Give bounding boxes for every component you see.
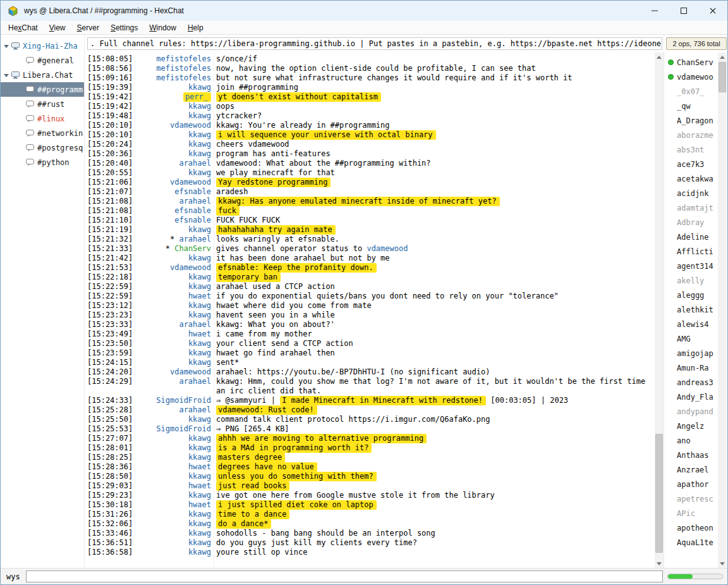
nick[interactable]: kkawg: [134, 529, 216, 538]
user-list-item[interactable]: Adeline: [666, 230, 718, 244]
scroll-up-icon[interactable]: [655, 52, 664, 61]
nick[interactable]: kkawg: [134, 168, 216, 178]
user-list-item[interactable]: AMG: [666, 331, 718, 346]
nick[interactable]: kkawg: [134, 83, 216, 92]
nick[interactable]: perr_: [134, 92, 216, 102]
user-list-item[interactable]: alewis4: [666, 317, 718, 331]
menu-server[interactable]: Server: [71, 22, 105, 34]
user-list-item[interactable]: apotheon: [666, 520, 718, 535]
nick[interactable]: arahael: [134, 405, 216, 415]
user-list-item[interactable]: aleggg: [666, 288, 718, 302]
nick[interactable]: arahael: [134, 159, 216, 168]
userlist-scrollbar-thumb[interactable]: [719, 62, 726, 92]
nick[interactable]: vdamewood: [134, 121, 216, 130]
chat-scrollbar-thumb[interactable]: [655, 434, 663, 552]
tree-item-rust[interactable]: ##rust: [1, 97, 84, 111]
user-list-item[interactable]: Amun-Ra: [666, 360, 718, 375]
ops-count-button[interactable]: 2 ops, 736 total: [666, 37, 727, 50]
topic-bar[interactable]: . Full channel rules: https://libera-pro…: [87, 37, 662, 50]
user-list-item[interactable]: andreas3: [666, 375, 718, 390]
nick[interactable]: kkawg: [134, 273, 216, 282]
nick[interactable]: vdamewood: [134, 178, 216, 187]
user-list-item[interactable]: acetakwa: [666, 171, 718, 186]
scroll-down-icon[interactable]: [655, 559, 664, 568]
nick[interactable]: kkawg: [134, 225, 216, 235]
minimize-button[interactable]: [640, 1, 669, 21]
user-list-item[interactable]: acidjnk: [666, 186, 718, 200]
maximize-button[interactable]: [669, 1, 698, 21]
expand-arrow-icon[interactable]: [4, 73, 9, 78]
nick[interactable]: kkawg: [134, 111, 216, 121]
nick[interactable]: efsnable: [134, 206, 216, 216]
scroll-up-icon[interactable]: [718, 52, 727, 61]
nick[interactable]: efsnable: [134, 187, 216, 197]
user-list-item[interactable]: AquaL1te: [666, 535, 718, 550]
nick[interactable]: hwaet: [134, 462, 216, 472]
user-list-item[interactable]: ano: [666, 433, 718, 448]
menu-settings[interactable]: Settings: [105, 22, 143, 34]
nick[interactable]: kkawg: [134, 491, 216, 500]
nick[interactable]: kkawg: [134, 510, 216, 519]
user-list-item[interactable]: amigojap: [666, 346, 718, 360]
user-list-item[interactable]: Anthaas: [666, 448, 718, 462]
user-list-item[interactable]: apetresc: [666, 491, 718, 506]
nick[interactable]: SigmoidFroid: [134, 396, 216, 405]
menu-hexchat[interactable]: HexChat: [3, 22, 44, 34]
nick[interactable]: kkawg: [134, 339, 216, 348]
menu-view[interactable]: View: [44, 22, 71, 34]
nick[interactable]: vdamewood: [134, 263, 216, 273]
nick[interactable]: kkawg: [134, 358, 216, 367]
nick[interactable]: kkawg: [134, 472, 216, 481]
nick[interactable]: * ChanServ: [134, 244, 216, 254]
chat-area[interactable]: [15:08:05]mefistofeless/once/if[15:08:56…: [87, 52, 655, 568]
menu-window[interactable]: Window: [143, 22, 182, 34]
nick[interactable]: mefistofeles: [134, 73, 216, 83]
tree-item-libera.chat[interactable]: Libera.Chat: [1, 68, 84, 82]
nick[interactable]: kkawg: [134, 140, 216, 149]
user-list-item[interactable]: ChanServ: [666, 55, 718, 70]
nick[interactable]: hwaet: [134, 481, 216, 491]
user-list-item[interactable]: adamtajt: [666, 200, 718, 215]
nick[interactable]: kkawg: [134, 102, 216, 111]
nick[interactable]: kkawg: [134, 348, 216, 358]
nick[interactable]: kkawg: [134, 415, 216, 424]
chat-scrollbar[interactable]: [655, 52, 664, 568]
nick-button[interactable]: wys: [5, 572, 21, 581]
nick[interactable]: hwaet: [134, 329, 216, 339]
nick[interactable]: mefistofeles: [134, 54, 216, 64]
tree-item-linux[interactable]: #linux: [1, 111, 84, 126]
user-list-item[interactable]: akelly: [666, 273, 718, 288]
close-button[interactable]: [698, 1, 727, 21]
user-list-item[interactable]: _qw: [666, 99, 718, 113]
user-list-item[interactable]: Afflicti: [666, 244, 718, 259]
nick[interactable]: * arahael: [134, 235, 216, 244]
user-list-item[interactable]: andypand: [666, 404, 718, 419]
nick[interactable]: kkawg: [134, 130, 216, 140]
user-list-item[interactable]: abs3nt: [666, 142, 718, 157]
nick[interactable]: mefistofeles: [134, 64, 216, 73]
nick[interactable]: kkawg: [134, 519, 216, 529]
titlebar[interactable]: wys @ Libera.Chat / ##programming - HexC…: [1, 1, 727, 21]
nick[interactable]: kkawg: [134, 149, 216, 159]
message-input[interactable]: [26, 570, 663, 582]
user-list-item[interactable]: agent314: [666, 259, 718, 273]
nick[interactable]: kkawg: [134, 254, 216, 263]
scroll-down-icon[interactable]: [718, 559, 727, 568]
nick[interactable]: kkawg: [134, 301, 216, 311]
user-list-item[interactable]: Angelz: [666, 419, 718, 433]
nick[interactable]: vdamewood: [134, 367, 216, 377]
nick[interactable]: kkawg: [134, 538, 216, 548]
nick[interactable]: arahael: [134, 320, 216, 329]
user-list-item[interactable]: A_Dragon: [666, 113, 718, 128]
user-list-item[interactable]: Adbray: [666, 215, 718, 230]
nick[interactable]: SigmoidFroid: [134, 424, 216, 434]
nick[interactable]: kkawg: [134, 548, 216, 557]
nick[interactable]: kkawg: [134, 453, 216, 462]
user-list-item[interactable]: _0x07_: [666, 84, 718, 99]
tree-item-programm[interactable]: ##programm: [1, 82, 84, 97]
nick[interactable]: arahael: [134, 197, 216, 206]
user-list-item[interactable]: ace7k3: [666, 157, 718, 171]
tree-item-python[interactable]: #python: [1, 155, 84, 169]
nick[interactable]: kkawg: [134, 443, 216, 453]
user-list-item[interactable]: APic: [666, 506, 718, 520]
